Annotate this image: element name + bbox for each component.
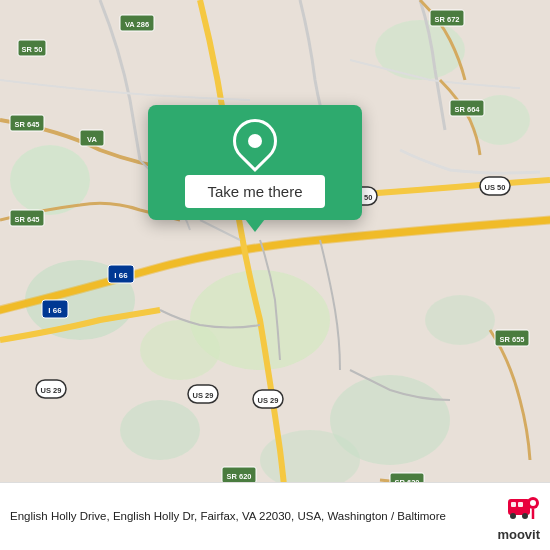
moovit-icon <box>504 491 540 527</box>
svg-text:VA: VA <box>87 135 97 144</box>
svg-point-7 <box>375 20 465 80</box>
svg-text:SR 620: SR 620 <box>226 472 251 481</box>
svg-text:SR 672: SR 672 <box>434 15 459 24</box>
svg-point-52 <box>522 513 528 519</box>
svg-rect-50 <box>518 502 523 507</box>
svg-text:I 66: I 66 <box>114 271 128 280</box>
moovit-brand-text: moovit <box>497 527 540 542</box>
svg-text:SR 664: SR 664 <box>454 105 480 114</box>
popup-card: Take me there <box>148 105 362 220</box>
svg-text:VA 286: VA 286 <box>125 20 149 29</box>
svg-rect-49 <box>511 502 516 507</box>
svg-text:US 50: US 50 <box>485 183 506 192</box>
address-label: English Holly Drive, English Holly Dr, F… <box>10 508 489 524</box>
moovit-logo: moovit <box>497 491 540 542</box>
location-pin-icon <box>224 110 286 172</box>
svg-text:I 66: I 66 <box>48 306 62 315</box>
svg-text:US 29: US 29 <box>41 386 62 395</box>
svg-text:US 29: US 29 <box>193 391 214 400</box>
map-roads-svg: I 66 I 66 US 50 US 50 US 29 US 29 US 29 … <box>0 0 550 550</box>
svg-point-51 <box>510 513 516 519</box>
svg-point-9 <box>140 320 220 380</box>
take-me-there-button[interactable]: Take me there <box>185 175 324 208</box>
map-container: I 66 I 66 US 50 US 50 US 29 US 29 US 29 … <box>0 0 550 550</box>
svg-point-4 <box>260 430 360 490</box>
svg-text:SR 655: SR 655 <box>499 335 524 344</box>
svg-text:SR 645: SR 645 <box>14 120 39 129</box>
svg-text:SR 50: SR 50 <box>22 45 43 54</box>
svg-point-1 <box>120 400 200 460</box>
svg-text:US 29: US 29 <box>258 396 279 405</box>
svg-text:SR 645: SR 645 <box>14 215 39 224</box>
svg-point-3 <box>425 295 495 345</box>
bottom-info-bar: English Holly Drive, English Holly Dr, F… <box>0 482 550 550</box>
svg-point-54 <box>530 500 536 506</box>
